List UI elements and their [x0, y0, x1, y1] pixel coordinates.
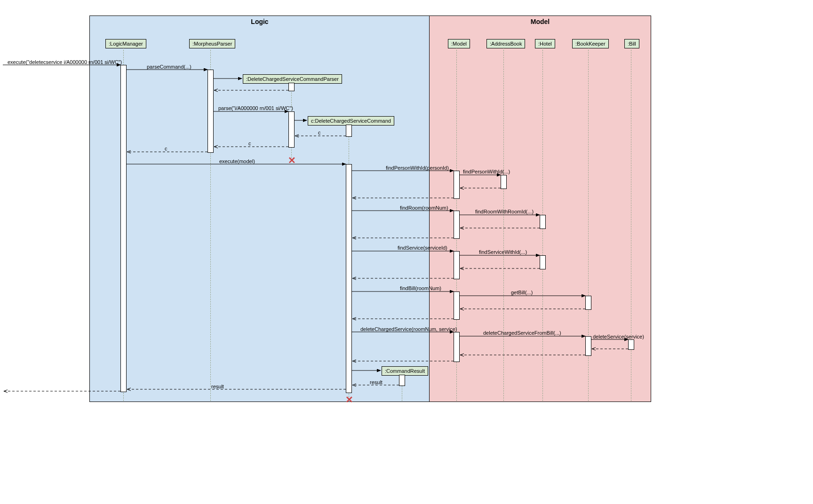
participant-hotel: :Hotel	[535, 39, 555, 48]
activation-model-2	[454, 211, 460, 239]
activation-dcmd-2	[346, 164, 352, 393]
msg-result1: result	[370, 379, 383, 385]
msg-findperson2: findPersonWithId(...)	[463, 169, 510, 174]
msg-execute-start: execute("deletecservice i/A000000 rn/001…	[8, 59, 122, 65]
participant-dcparser: :DeleteChargedServiceCommandParser	[243, 74, 342, 84]
msg-findroomid: findRoomWithRoomId(...)	[475, 209, 534, 214]
participant-model: :Model	[448, 39, 470, 48]
msg-c1: c	[318, 130, 321, 135]
destroy-dcmd: ✕	[345, 394, 353, 405]
participant-bill: :Bill	[624, 39, 639, 48]
msg-getbill: getBill(...)	[511, 290, 533, 295]
activation-model-5	[454, 332, 460, 362]
activation-dcparser-2	[288, 111, 295, 148]
msg-c2: c	[248, 141, 251, 146]
msg-findservice: findService(serviceId)	[398, 245, 447, 251]
participant-mparser: :MorpheusParser	[189, 39, 235, 48]
activation-bkeeper-2	[585, 336, 591, 356]
activation-model-3	[454, 251, 460, 279]
msg-delservice: deleteService(service)	[593, 334, 644, 339]
lifeline-abook	[503, 47, 504, 401]
msg-delcharged: deleteChargedService(roomNum, service)	[360, 326, 457, 332]
msg-result2: result	[211, 384, 224, 389]
activation-cresult-1	[399, 375, 405, 386]
participant-cresult: :CommandResult	[382, 366, 428, 376]
msg-parse: parse("i/A000000 rn/001 si/WC")	[218, 105, 293, 111]
msg-delfrombill: deleteChargedServiceFromBill(...)	[483, 330, 561, 336]
participant-abook: :AddressBook	[486, 39, 525, 48]
msg-execmodel: execute(model)	[219, 158, 255, 164]
activation-bill-1	[628, 339, 634, 350]
activation-hotel-2	[540, 255, 546, 269]
activation-mparser	[207, 70, 214, 153]
activation-dcmd-1	[346, 125, 352, 137]
msg-findbill: findBill(roomNum)	[400, 285, 441, 291]
activation-abook-1	[501, 175, 507, 189]
participant-bkeeper: :BookKeeper	[572, 39, 609, 48]
msg-findroom: findRoom(roomNum)	[400, 205, 448, 211]
region-logic: Logic	[89, 16, 430, 402]
destroy-dcparser: ✕	[288, 155, 296, 166]
region-model-title: Model	[430, 16, 651, 25]
region-model: Model	[429, 16, 651, 402]
region-logic-title: Logic	[90, 16, 430, 25]
msg-parsecommand: parseCommand(...)	[147, 64, 191, 70]
activation-bkeeper-1	[585, 296, 591, 310]
activation-hotel-1	[540, 215, 546, 229]
msg-c3: c	[165, 146, 167, 151]
msg-findperson: findPersonWithId(personId)	[386, 165, 449, 171]
activation-model-1	[454, 171, 460, 199]
msg-findserviceid: findServiceWithId(...)	[479, 249, 527, 255]
activation-logicmgr	[120, 65, 127, 392]
participant-dcmd: c:DeleteChargedServiceCommand	[308, 116, 394, 126]
activation-model-4	[454, 291, 460, 320]
participant-logicmgr: :LogicManager	[105, 39, 146, 48]
activation-dcparser-1	[288, 83, 295, 91]
